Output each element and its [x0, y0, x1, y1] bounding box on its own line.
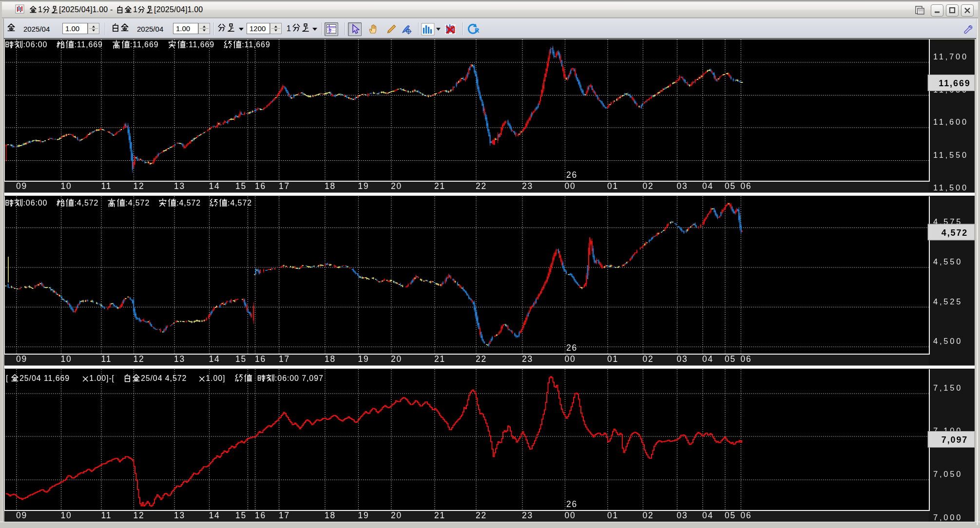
svg-text:26: 26: [566, 170, 577, 180]
svg-text:04: 04: [702, 181, 713, 191]
svg-text:02: 02: [642, 510, 653, 520]
svg-text:11,500: 11,500: [933, 183, 968, 192]
svg-text:11,700: 11,700: [933, 52, 968, 61]
svg-text:[: [: [6, 374, 8, 382]
svg-text:23: 23: [522, 181, 533, 191]
svg-text::4,572: :4,572: [74, 199, 98, 207]
svg-text:09: 09: [16, 510, 27, 520]
svg-text:15: 15: [235, 510, 247, 520]
svg-text:11,669: 11,669: [939, 78, 970, 88]
svg-text:26: 26: [566, 343, 577, 353]
svg-text:16: 16: [255, 181, 266, 191]
svg-text:12: 12: [133, 354, 144, 364]
svg-text:23: 23: [522, 510, 533, 520]
svg-text:05: 05: [725, 510, 736, 520]
svg-text:4,500: 4,500: [933, 337, 962, 345]
svg-text::4,572: :4,572: [125, 199, 150, 207]
svg-text:13: 13: [174, 181, 185, 191]
svg-text::11,669: :11,669: [186, 40, 215, 49]
svg-text::11,669: :11,669: [130, 40, 159, 49]
svg-text:7,150: 7,150: [933, 383, 962, 392]
svg-text:20: 20: [391, 354, 402, 364]
svg-text:00: 00: [564, 354, 576, 364]
svg-text:01: 01: [607, 354, 618, 364]
svg-text:21: 21: [434, 354, 445, 364]
svg-text:20: 20: [391, 510, 402, 520]
svg-text:15: 15: [235, 181, 247, 191]
svg-text:01: 01: [607, 181, 618, 191]
svg-text:14: 14: [209, 510, 220, 520]
svg-text:01: 01: [607, 510, 618, 520]
svg-text:18: 18: [325, 510, 336, 520]
svg-text:04: 04: [702, 510, 713, 520]
svg-text:20: 20: [391, 181, 402, 191]
svg-text:21: 21: [434, 181, 445, 191]
svg-text:09: 09: [16, 354, 27, 364]
svg-text:12: 12: [133, 510, 144, 520]
svg-text:26: 26: [566, 499, 577, 509]
svg-text:02: 02: [642, 354, 653, 364]
svg-text::06:00: :06:00: [23, 199, 48, 207]
svg-text:25/04 11,669: 25/04 11,669: [19, 374, 70, 382]
svg-text:06: 06: [740, 510, 751, 520]
svg-text::06:00 7,097: :06:00 7,097: [275, 374, 324, 382]
svg-text:10: 10: [60, 510, 72, 520]
svg-text:02: 02: [642, 181, 653, 191]
svg-text:7,097: 7,097: [942, 435, 968, 445]
svg-text::11,669: :11,669: [74, 40, 103, 49]
svg-text:16: 16: [255, 510, 266, 520]
svg-text:18: 18: [325, 181, 336, 191]
svg-text:04: 04: [702, 354, 713, 364]
svg-text:11: 11: [101, 354, 112, 364]
svg-text:17: 17: [279, 354, 290, 364]
svg-text:4,572: 4,572: [942, 228, 968, 238]
svg-text:1.00]-[: 1.00]-[: [89, 374, 115, 382]
svg-text:03: 03: [676, 181, 688, 191]
svg-text:11,550: 11,550: [933, 151, 968, 159]
svg-text:00: 00: [564, 181, 576, 191]
svg-text:19: 19: [358, 510, 369, 520]
svg-text:06: 06: [740, 181, 751, 191]
svg-text:22: 22: [476, 354, 487, 364]
svg-text:23: 23: [522, 354, 533, 364]
svg-text:12: 12: [133, 181, 144, 191]
svg-text::4,572: :4,572: [228, 199, 252, 207]
svg-text:21: 21: [434, 510, 445, 520]
svg-text::11,669: :11,669: [242, 40, 270, 49]
svg-text:17: 17: [279, 181, 290, 191]
svg-text:09: 09: [16, 181, 27, 191]
svg-text:11: 11: [101, 510, 112, 520]
svg-text:4,550: 4,550: [933, 257, 962, 266]
svg-text:05: 05: [725, 354, 736, 364]
svg-text:10: 10: [60, 354, 72, 364]
svg-text:1.00]: 1.00]: [206, 374, 225, 382]
svg-text:03: 03: [676, 354, 688, 364]
svg-text:15: 15: [235, 354, 247, 364]
svg-text:13: 13: [174, 510, 185, 520]
svg-text:16: 16: [255, 354, 266, 364]
svg-text:03: 03: [676, 510, 688, 520]
svg-text:18: 18: [325, 354, 336, 364]
svg-text:13: 13: [174, 354, 185, 364]
svg-text:19: 19: [358, 181, 369, 191]
svg-text:17: 17: [279, 510, 290, 520]
svg-text::06:00: :06:00: [23, 40, 48, 49]
svg-text:06: 06: [740, 354, 751, 364]
svg-text:14: 14: [209, 354, 220, 364]
svg-text:7,000: 7,000: [933, 513, 962, 522]
svg-text:11: 11: [101, 181, 112, 191]
svg-text::4,572: :4,572: [176, 199, 201, 207]
svg-text:7,050: 7,050: [933, 470, 962, 478]
svg-text:22: 22: [476, 510, 487, 520]
svg-text:14: 14: [209, 181, 220, 191]
svg-text:10: 10: [60, 181, 72, 191]
svg-text:22: 22: [476, 181, 487, 191]
svg-text:19: 19: [358, 354, 369, 364]
svg-text:00: 00: [564, 510, 576, 520]
svg-text:25/04 4,572: 25/04 4,572: [141, 374, 187, 382]
svg-text:11,600: 11,600: [933, 117, 968, 126]
svg-text:05: 05: [725, 181, 736, 191]
svg-text:4,525: 4,525: [933, 297, 962, 306]
